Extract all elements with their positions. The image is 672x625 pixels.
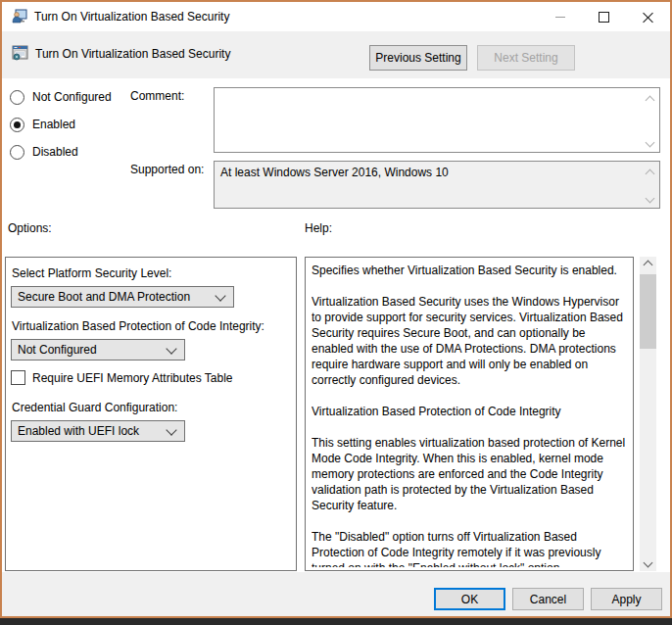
minimize-icon [555,17,565,18]
close-icon [643,12,653,23]
comment-scroll-down-icon[interactable] [644,136,655,148]
uefi-checkbox-label: Require UEFI Memory Attributes Table [32,371,233,385]
chevron-down-icon [215,290,225,301]
supported-on-value: At least Windows Server 2016, Windows 10 [220,166,640,179]
window-title: Turn On Virtualization Based Security [34,10,229,24]
comment-label: Comment: [130,89,184,103]
policy-title: Turn On Virtualization Based Security [35,47,230,61]
maximize-button[interactable] [582,2,626,31]
scroll-down-button[interactable] [640,554,656,571]
app-icon [12,9,27,28]
platform-security-label: Select Platform Security Level: [12,266,171,280]
policy-setting-icon [12,44,29,66]
ok-button[interactable]: OK [434,588,505,610]
code-integrity-label: Virtualization Based Protection of Code … [12,319,264,333]
scrollbar-thumb[interactable] [640,274,656,349]
radio-row-enabled[interactable]: Enabled [10,117,75,132]
help-paragraph: Virtualization Based Security uses the W… [312,294,627,388]
radio-label-disabled: Disabled [32,145,78,159]
help-paragraph: This setting enables virtualization base… [312,435,627,513]
code-integrity-value: Not Configured [18,343,168,357]
cancel-button[interactable]: Cancel [512,588,584,610]
radio-label-not-configured: Not Configured [32,90,112,104]
help-text: Specifies whether Virtualization Based S… [312,263,627,567]
scroll-up-button[interactable] [640,257,656,273]
help-paragraph: Specifies whether Virtualization Based S… [312,263,627,278]
help-paragraph: The "Disabled" option turns off Virtuali… [312,529,627,567]
apply-button[interactable]: Apply [591,588,662,610]
supported-scroll-up-icon[interactable] [644,168,655,179]
comment-scroll-up-icon[interactable] [644,94,655,106]
credential-guard-value: Enabled with UEFI lock [18,424,168,438]
code-integrity-dropdown[interactable]: Not Configured [11,339,185,361]
minimize-button[interactable] [538,2,582,31]
credential-guard-label: Credential Guard Configuration: [12,401,177,414]
help-paragraph: Virtualization Based Protection of Code … [312,404,627,419]
platform-security-dropdown[interactable]: Secure Boot and DMA Protection [11,286,234,308]
radio-disabled[interactable] [10,145,24,160]
maximize-icon [599,12,609,23]
uefi-checkbox[interactable] [11,370,25,385]
radio-not-configured[interactable] [10,90,24,105]
title-bar[interactable]: Turn On Virtualization Based Security [2,2,670,31]
footer-bar: OK Cancel Apply [2,572,670,616]
close-button[interactable] [626,2,670,31]
policy-header: Turn On Virtualization Based Security Pr… [2,31,670,78]
chevron-down-icon [166,424,176,435]
background-window-sliver [0,618,672,625]
dialog-window: Turn On Virtualization Based Security [0,0,672,618]
platform-security-value: Secure Boot and DMA Protection [18,290,216,304]
supported-scroll-down-icon[interactable] [644,192,655,204]
help-scrollbar[interactable] [640,257,656,571]
supported-on-label: Supported on: [130,163,204,176]
next-setting-button: Next Setting [477,45,575,71]
help-section-label: Help: [305,221,332,235]
credential-guard-dropdown[interactable]: Enabled with UEFI lock [11,420,185,442]
screen: Turn On Virtualization Based Security [0,0,672,625]
comment-textarea[interactable] [214,87,660,153]
uefi-checkbox-row[interactable]: Require UEFI Memory Attributes Table [11,370,233,385]
radio-label-enabled: Enabled [32,118,75,131]
options-section-label: Options: [8,221,52,235]
radio-enabled[interactable] [10,118,24,132]
previous-setting-button[interactable]: Previous Setting [369,45,467,71]
chevron-down-icon [166,343,176,354]
supported-on-box: At least Windows Server 2016, Windows 10 [214,161,660,209]
radio-row-disabled[interactable]: Disabled [10,144,78,160]
radio-row-not-configured[interactable]: Not Configured [10,89,112,105]
